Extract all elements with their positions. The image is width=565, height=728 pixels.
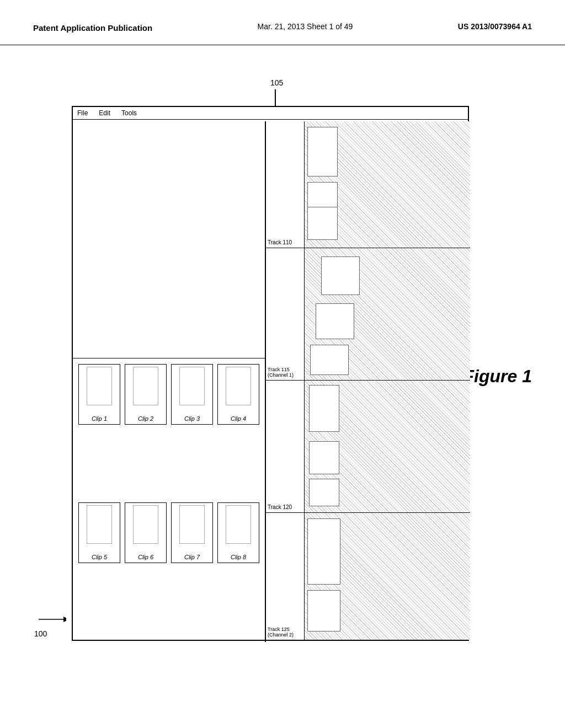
clip-thumbnail [179, 367, 205, 405]
timeline-clip [307, 518, 340, 585]
clip-item[interactable]: Clip 3 [171, 364, 213, 425]
track-115-content [305, 248, 470, 380]
timeline-clip [307, 207, 338, 240]
clip-item[interactable]: Clip 6 [125, 502, 167, 563]
track-120-content [305, 381, 470, 512]
track-row-110: Track 110 [266, 121, 470, 248]
clip-label: Clip 2 [138, 415, 153, 422]
menu-file[interactable]: File [77, 109, 88, 117]
left-panel: Clip 1 Clip 2 Clip 3 Clip 4 Clip 5 [73, 121, 266, 642]
clip-item[interactable]: Clip 4 [217, 364, 259, 425]
track-row-120: Track 120 [266, 381, 470, 513]
clip-label: Clip 4 [231, 415, 246, 422]
page-header: Patent Application Publication Mar. 21, … [0, 0, 565, 45]
diagram-area: 105 Figure 1 File Edit Tools Clip 1 Cl [0, 45, 565, 707]
clip-label: Clip 7 [184, 554, 200, 560]
svg-marker-1 [63, 617, 66, 622]
clip-item[interactable]: Clip 5 [78, 502, 120, 563]
track-row-115: Track 115 (Channel 1) [266, 248, 470, 381]
clip-label: Clip 6 [138, 554, 153, 560]
app-window: File Edit Tools Clip 1 Clip 2 C [72, 106, 469, 641]
clip-item[interactable]: Clip 7 [171, 502, 213, 563]
menu-bar: File Edit Tools [73, 107, 468, 120]
clip-thumbnail [179, 505, 205, 544]
ref-105-label: 105 [270, 78, 283, 87]
timeline-clip [310, 345, 349, 375]
clip-item[interactable]: Clip 8 [217, 502, 259, 563]
timeline-clip [309, 385, 339, 432]
clip-label: Clip 3 [184, 415, 200, 422]
clip-thumbnail [226, 505, 251, 544]
track-row-125: Track 125 (Channel 2) [266, 513, 470, 640]
timeline-clip [307, 590, 340, 631]
clips-area: Clip 1 Clip 2 Clip 3 Clip 4 Clip 5 [73, 358, 265, 642]
timeline-clip [309, 479, 339, 506]
menu-tools[interactable]: Tools [121, 109, 137, 117]
menu-edit[interactable]: Edit [99, 109, 110, 117]
timeline-clip [321, 256, 360, 295]
track-120-label: Track 120 [266, 381, 305, 512]
clip-item[interactable]: Clip 2 [125, 364, 167, 425]
sheet-info: Mar. 21, 2013 Sheet 1 of 49 [258, 22, 353, 31]
track-115-label: Track 115 (Channel 1) [266, 248, 305, 380]
clip-label: Clip 5 [92, 554, 107, 560]
timeline-panel: Track 110 Track 115 (Channel 1) [266, 121, 470, 642]
track-110-content [305, 121, 470, 248]
clip-thumbnail [87, 505, 112, 544]
track-110-label: Track 110 [266, 121, 305, 248]
publication-label: Patent Application Publication [33, 22, 152, 34]
clip-thumbnail [133, 505, 158, 544]
track-125-label: Track 125 (Channel 2) [266, 513, 305, 640]
timeline-clip [307, 127, 338, 176]
figure-label: Figure 1 [463, 366, 532, 387]
timeline-clip [309, 441, 339, 474]
clip-thumbnail [226, 367, 251, 405]
clip-label: Clip 1 [92, 415, 107, 422]
ref-100-label: 100 [34, 629, 47, 638]
ref-100-arrow [39, 614, 66, 627]
patent-number: US 2013/0073964 A1 [458, 22, 532, 31]
clip-label: Clip 8 [231, 554, 246, 560]
timeline-clip [316, 303, 354, 339]
clip-thumbnail [87, 367, 112, 405]
clip-item[interactable]: Clip 1 [78, 364, 120, 425]
clip-thumbnail [133, 367, 158, 405]
preview-area [73, 121, 265, 358]
track-125-content [305, 513, 470, 640]
